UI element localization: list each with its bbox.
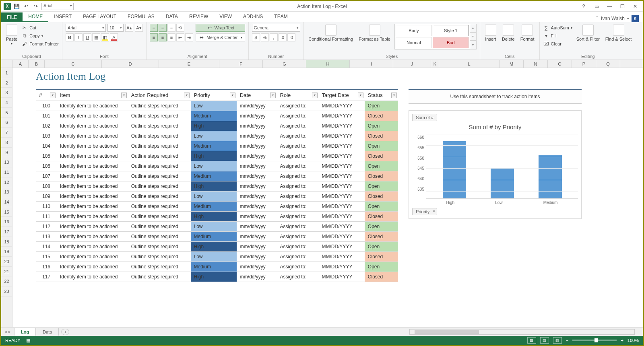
- increase-decimal-button[interactable]: .0: [279, 33, 287, 41]
- col-header-P[interactable]: P: [572, 60, 596, 68]
- table-cell[interactable]: Assigned to:: [277, 121, 319, 131]
- row-header-12[interactable]: 12: [1, 177, 12, 187]
- table-cell[interactable]: MM/DD/YYYY: [319, 151, 365, 161]
- row-header-20[interactable]: 20: [1, 257, 12, 267]
- table-header[interactable]: Status▾: [365, 89, 398, 101]
- style-style1[interactable]: Style 1: [433, 25, 469, 36]
- table-cell[interactable]: mm/dd/yyyy: [237, 111, 277, 121]
- table-cell[interactable]: Identify item to be actioned: [57, 192, 128, 202]
- row-header-5[interactable]: 5: [1, 108, 12, 118]
- table-row[interactable]: 114Identify item to be actionedOutline s…: [36, 242, 398, 252]
- table-cell[interactable]: Closed: [365, 171, 398, 181]
- table-cell[interactable]: Assigned to:: [277, 161, 319, 171]
- table-cell[interactable]: Assigned to:: [277, 212, 319, 222]
- view-layout-icon[interactable]: ▤: [540, 337, 549, 344]
- decrease-font-icon[interactable]: A▾: [135, 24, 143, 32]
- table-cell[interactable]: Assigned to:: [277, 192, 319, 202]
- table-cell[interactable]: 102: [36, 121, 57, 131]
- row-header-21[interactable]: 21: [1, 267, 12, 277]
- table-cell[interactable]: Identify item to be actioned: [57, 202, 128, 212]
- row-header-4[interactable]: 4: [1, 98, 12, 108]
- table-cell[interactable]: MM/DD/YYYY: [319, 131, 365, 141]
- table-row[interactable]: 105Identify item to be actionedOutline s…: [36, 151, 398, 161]
- wrap-text-button[interactable]: ↩Wrap Text: [196, 24, 245, 32]
- table-cell[interactable]: 107: [36, 171, 57, 181]
- table-cell[interactable]: 105: [36, 151, 57, 161]
- row-header-2[interactable]: 2: [1, 78, 12, 88]
- decrease-decimal-button[interactable]: .0: [287, 33, 295, 41]
- sheet-tab-log[interactable]: Log: [14, 328, 36, 336]
- table-cell[interactable]: Identify item to be actioned: [57, 181, 128, 192]
- table-row[interactable]: 108Identify item to be actionedOutline s…: [36, 181, 398, 192]
- table-cell[interactable]: 116: [36, 262, 57, 272]
- copy-button[interactable]: ⧉Copy▾: [21, 32, 59, 40]
- table-cell[interactable]: High: [191, 242, 237, 252]
- table-cell[interactable]: Identify item to be actioned: [57, 121, 128, 131]
- table-cell[interactable]: High: [191, 121, 237, 131]
- table-cell[interactable]: MM/DD/YYYY: [319, 222, 365, 232]
- table-row[interactable]: 102Identify item to be actionedOutline s…: [36, 121, 398, 131]
- ribbon-tab-insert[interactable]: INSERT: [48, 12, 77, 22]
- table-cell[interactable]: mm/dd/yyyy: [237, 232, 277, 242]
- col-header-G[interactable]: G: [263, 60, 306, 68]
- filter-button[interactable]: ▾: [230, 93, 235, 98]
- table-cell[interactable]: Outline steps required: [128, 192, 191, 202]
- col-header-K[interactable]: K: [431, 60, 439, 68]
- table-cell[interactable]: mm/dd/yyyy: [237, 171, 277, 181]
- table-cell[interactable]: Outline steps required: [128, 222, 191, 232]
- col-header-B[interactable]: B: [29, 60, 45, 68]
- close-icon[interactable]: ✕: [631, 3, 640, 10]
- table-cell[interactable]: MM/DD/YYYY: [319, 192, 365, 202]
- table-cell[interactable]: Low: [191, 161, 237, 171]
- worksheet-grid[interactable]: 1234567891011121314151617181920212223 Ac…: [1, 68, 643, 327]
- underline-button[interactable]: U: [83, 33, 91, 41]
- table-row[interactable]: 100Identify item to be actionedOutline s…: [36, 101, 398, 111]
- col-header-L[interactable]: L: [439, 60, 500, 68]
- collapse-ribbon-icon[interactable]: ˆ: [593, 14, 601, 22]
- filter-button[interactable]: ▾: [270, 93, 276, 98]
- table-cell[interactable]: Open: [365, 141, 398, 151]
- table-cell[interactable]: mm/dd/yyyy: [237, 161, 277, 171]
- table-cell[interactable]: Medium: [191, 202, 237, 212]
- col-header-F[interactable]: F: [219, 60, 263, 68]
- table-cell[interactable]: Outline steps required: [128, 121, 191, 131]
- file-tab[interactable]: FILE: [1, 12, 23, 22]
- undo-icon[interactable]: ↶: [22, 2, 30, 10]
- table-cell[interactable]: MM/DD/YYYY: [319, 101, 365, 111]
- table-row[interactable]: 116Identify item to be actionedOutline s…: [36, 262, 398, 272]
- table-cell[interactable]: 108: [36, 181, 57, 192]
- table-row[interactable]: 106Identify item to be actionedOutline s…: [36, 161, 398, 171]
- zoom-slider[interactable]: [572, 340, 617, 341]
- table-cell[interactable]: Low: [191, 222, 237, 232]
- decrease-indent-button[interactable]: ⇤: [176, 33, 184, 41]
- table-cell[interactable]: Low: [191, 252, 237, 262]
- table-row[interactable]: 103Identify item to be actionedOutline s…: [36, 131, 398, 141]
- increase-font-icon[interactable]: A▴: [125, 24, 133, 32]
- table-cell[interactable]: Outline steps required: [128, 161, 191, 171]
- chart-bar[interactable]: [491, 169, 514, 198]
- table-header[interactable]: Target Date▾: [319, 89, 365, 101]
- row-header-15[interactable]: 15: [1, 207, 12, 217]
- col-header-H[interactable]: H: [306, 60, 350, 68]
- bold-button[interactable]: B: [66, 33, 74, 41]
- table-cell[interactable]: Closed: [365, 232, 398, 242]
- table-cell[interactable]: Identify item to be actioned: [57, 171, 128, 181]
- table-header[interactable]: Item▾: [57, 89, 128, 101]
- ribbon-tab-view[interactable]: VIEW: [214, 12, 237, 22]
- table-cell[interactable]: Outline steps required: [128, 242, 191, 252]
- table-cell[interactable]: Closed: [365, 212, 398, 222]
- ribbon-tab-page-layout[interactable]: PAGE LAYOUT: [77, 12, 122, 22]
- table-cell[interactable]: mm/dd/yyyy: [237, 181, 277, 192]
- table-cell[interactable]: 111: [36, 212, 57, 222]
- table-cell[interactable]: Outline steps required: [128, 111, 191, 121]
- fill-button[interactable]: ▾Fill: [543, 32, 572, 40]
- table-cell[interactable]: High: [191, 151, 237, 161]
- table-cell[interactable]: Outline steps required: [128, 151, 191, 161]
- table-cell[interactable]: 101: [36, 111, 57, 121]
- filter-button[interactable]: ▾: [391, 93, 397, 98]
- style-gallery-nav[interactable]: ▴▾▾: [470, 24, 477, 49]
- table-cell[interactable]: Closed: [365, 111, 398, 121]
- filter-button[interactable]: ▾: [184, 93, 190, 98]
- align-bottom-button[interactable]: ≡: [167, 24, 175, 32]
- table-cell[interactable]: Medium: [191, 232, 237, 242]
